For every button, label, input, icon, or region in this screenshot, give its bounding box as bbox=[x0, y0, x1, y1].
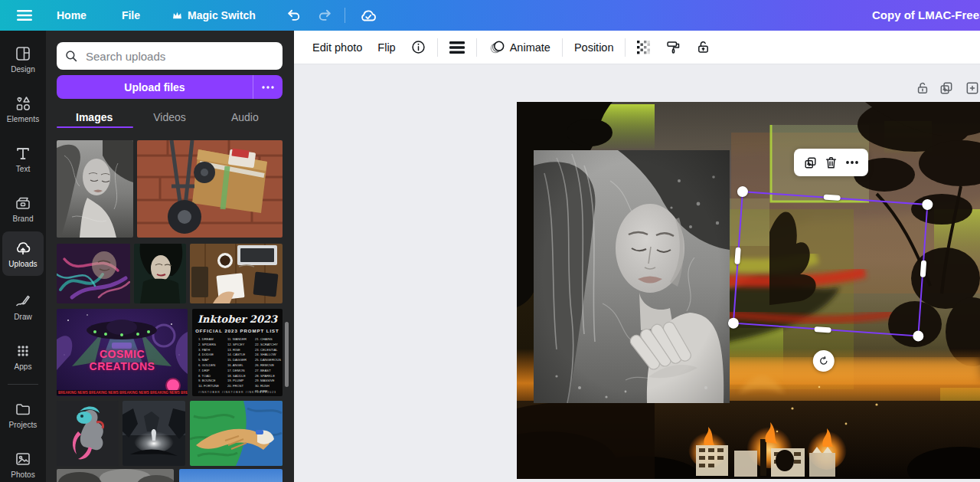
magic-switch-label: Magic Switch bbox=[188, 9, 256, 21]
add-page-button[interactable] bbox=[965, 80, 980, 96]
tab-audio[interactable]: Audio bbox=[207, 106, 283, 129]
toolbar-divider bbox=[437, 38, 438, 57]
toolbar-divider bbox=[562, 38, 563, 57]
thumb-grayscale-woman[interactable] bbox=[57, 140, 133, 238]
adjust-lines-button[interactable] bbox=[442, 41, 472, 54]
home-label: Home bbox=[57, 9, 87, 21]
thumb-desk-flatlay[interactable] bbox=[190, 244, 283, 303]
redo-button[interactable] bbox=[309, 8, 340, 23]
inktober-heading: OFFICIAL 2023 PROMPT LIST bbox=[192, 329, 283, 333]
text-icon bbox=[14, 144, 32, 162]
paint-roller-icon bbox=[665, 39, 681, 55]
resize-handle-top[interactable] bbox=[823, 194, 840, 201]
element-floating-toolbar bbox=[794, 149, 868, 176]
cloud-sync-button[interactable] bbox=[350, 8, 387, 23]
home-button[interactable]: Home bbox=[47, 9, 96, 21]
toolbar-divider bbox=[625, 38, 626, 57]
animate-icon bbox=[488, 40, 505, 55]
ellipsis-icon bbox=[262, 86, 274, 89]
sidebar-item-photos[interactable]: Photos bbox=[0, 442, 46, 482]
trash-icon bbox=[824, 156, 838, 170]
more-options-button[interactable] bbox=[844, 154, 861, 171]
tab-images[interactable]: Images bbox=[57, 106, 132, 129]
resize-handle-bottom[interactable] bbox=[814, 326, 831, 333]
active-tab-underline bbox=[57, 126, 133, 128]
page-lock-button[interactable] bbox=[915, 80, 930, 96]
redo-icon bbox=[317, 8, 332, 23]
info-button[interactable] bbox=[403, 39, 433, 55]
thumb-handtruck-package[interactable] bbox=[137, 140, 283, 238]
thumb-hand-on-cloth[interactable] bbox=[190, 401, 283, 466]
duplicate-icon bbox=[803, 156, 818, 170]
sidebar-item-projects[interactable]: Projects bbox=[0, 392, 46, 437]
top-bar: Home File Magic Switch Copy of LMAC-Free… bbox=[0, 0, 980, 31]
resize-handle-top-left[interactable] bbox=[737, 186, 748, 198]
uploads-panel: Upload files Images Videos Audio bbox=[46, 31, 294, 482]
flip-button[interactable]: Flip bbox=[370, 41, 403, 54]
thick-lines-icon bbox=[449, 41, 466, 54]
projects-icon bbox=[14, 400, 32, 418]
side-rail: Design Elements Text Brand Uploads Draw … bbox=[0, 31, 46, 482]
thumb-dark-portrait[interactable] bbox=[134, 244, 186, 303]
tab-videos[interactable]: Videos bbox=[132, 106, 207, 129]
transparency-icon bbox=[636, 40, 652, 55]
thumb-purple-abstract-art[interactable] bbox=[57, 244, 130, 303]
apps-icon bbox=[14, 342, 32, 360]
selection-box[interactable] bbox=[733, 191, 929, 337]
sidebar-item-design[interactable]: Design bbox=[0, 37, 46, 81]
cosmic-creations-title: COSMICCREATIONS bbox=[57, 349, 188, 372]
duplicate-page-icon bbox=[939, 80, 954, 96]
file-label: File bbox=[122, 9, 140, 21]
resize-handle-left[interactable] bbox=[734, 248, 741, 264]
sidebar-item-text[interactable]: Text bbox=[0, 136, 46, 181]
draw-icon bbox=[14, 292, 32, 310]
sidebar-item-brand[interactable]: Brand bbox=[0, 186, 46, 231]
search-box bbox=[57, 42, 283, 70]
thumb-sticker-creature[interactable] bbox=[57, 401, 119, 466]
upload-more-button[interactable] bbox=[253, 75, 283, 99]
duplicate-page-button[interactable] bbox=[939, 80, 954, 96]
thumb-gray-fantasy-scene[interactable] bbox=[122, 401, 185, 466]
photos-icon bbox=[14, 450, 32, 468]
roller-style-button[interactable] bbox=[658, 39, 688, 55]
lock-toggle-button[interactable] bbox=[688, 39, 718, 55]
rotate-icon bbox=[818, 356, 829, 367]
upload-files-button[interactable]: Upload files bbox=[57, 75, 283, 99]
thumb-grayscale-scene[interactable] bbox=[57, 469, 174, 482]
menu-icon[interactable] bbox=[8, 9, 41, 21]
magic-switch-button[interactable]: Magic Switch bbox=[163, 9, 265, 21]
duplicate-element-button[interactable] bbox=[802, 154, 818, 171]
canvas-area[interactable] bbox=[294, 64, 980, 482]
edit-photo-button[interactable]: Edit photo bbox=[305, 41, 370, 54]
document-title[interactable]: Copy of LMAC-FreeS bbox=[872, 8, 980, 21]
brand-icon bbox=[14, 194, 32, 212]
delete-element-button[interactable] bbox=[823, 154, 840, 171]
topbar-divider bbox=[345, 8, 345, 23]
search-input[interactable] bbox=[84, 49, 275, 64]
sidebar-item-draw[interactable]: Draw bbox=[0, 284, 46, 329]
panel-scrollbar[interactable] bbox=[285, 322, 289, 387]
crown-icon bbox=[172, 11, 182, 20]
inktober-col2: 11. WANDER 12. SPICEY 13. RISE 14. CASTL… bbox=[227, 337, 247, 389]
thumb-blue-sky[interactable] bbox=[179, 469, 283, 482]
inktober-footer: #INKTOBER #INKTOBER #INKTOBER2023 bbox=[192, 391, 283, 394]
info-icon bbox=[410, 39, 426, 55]
lock-open-icon bbox=[915, 80, 930, 96]
thumb-cosmic-creations[interactable]: COSMICCREATIONS BREAKING NEWS BREAKING N… bbox=[57, 309, 188, 396]
cloud-check-icon bbox=[359, 8, 377, 23]
lock-open-icon bbox=[695, 39, 711, 55]
animate-button[interactable]: Animate bbox=[481, 40, 558, 55]
thumb-inktober-prompt-list[interactable]: Inktober 2023 OFFICIAL 2023 PROMPT LIST … bbox=[192, 309, 283, 396]
transparency-button[interactable] bbox=[629, 40, 658, 55]
sidebar-item-uploads[interactable]: Uploads bbox=[0, 231, 46, 276]
ellipsis-icon bbox=[846, 161, 858, 164]
sidebar-item-apps[interactable]: Apps bbox=[0, 334, 46, 379]
file-menu[interactable]: File bbox=[113, 9, 149, 21]
add-page-icon bbox=[965, 80, 980, 96]
sidebar-item-elements[interactable]: Elements bbox=[0, 87, 46, 131]
inktober-logo: Inktober 2023 bbox=[192, 313, 283, 325]
position-button[interactable]: Position bbox=[567, 41, 622, 54]
undo-button[interactable] bbox=[279, 8, 309, 23]
portrait-image[interactable] bbox=[534, 150, 730, 403]
upload-files-label: Upload files bbox=[57, 75, 253, 99]
